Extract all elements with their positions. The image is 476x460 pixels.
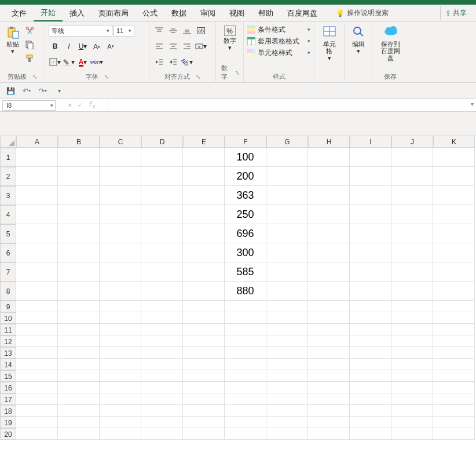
cell-B9[interactable]: [58, 301, 100, 312]
cell-G11[interactable]: [266, 324, 308, 335]
cell-H10[interactable]: [308, 312, 350, 324]
cell-A8[interactable]: [16, 282, 58, 301]
cell-I2[interactable]: [350, 167, 391, 186]
cell-E6[interactable]: [183, 243, 225, 262]
formula-input[interactable]: ▾: [108, 99, 476, 111]
align-left-button[interactable]: [153, 40, 166, 53]
cell-A7[interactable]: [16, 262, 58, 282]
cut-button[interactable]: ✂️: [23, 24, 36, 37]
cell-B14[interactable]: [58, 359, 100, 370]
cell-K12[interactable]: [433, 335, 475, 347]
cell-K3[interactable]: [433, 186, 475, 205]
cell-I11[interactable]: [350, 324, 391, 335]
cell-E2[interactable]: [183, 167, 225, 186]
row-header-3[interactable]: 3: [0, 186, 16, 205]
cell-G13[interactable]: [266, 347, 308, 359]
cell-G17[interactable]: [266, 393, 308, 405]
align-top-button[interactable]: [153, 24, 166, 37]
cell-B6[interactable]: [58, 243, 100, 262]
cell-G12[interactable]: [266, 335, 308, 347]
formula-bar-expand-icon[interactable]: ▾: [471, 101, 474, 107]
row-header-14[interactable]: 14: [0, 359, 16, 370]
cell-K6[interactable]: [433, 243, 475, 262]
cell-H7[interactable]: [308, 262, 350, 282]
row-header-4[interactable]: 4: [0, 205, 16, 224]
cell-F2[interactable]: 200: [225, 167, 266, 186]
font-color-button[interactable]: A ▾: [76, 56, 89, 68]
cell-I7[interactable]: [350, 262, 391, 282]
cell-H14[interactable]: [308, 359, 350, 370]
cell-I9[interactable]: [350, 301, 391, 312]
cell-B7[interactable]: [58, 262, 100, 282]
border-button[interactable]: ▾: [49, 56, 61, 68]
cell-A15[interactable]: [16, 370, 58, 382]
cell-F14[interactable]: [225, 359, 266, 370]
cell-E13[interactable]: [183, 347, 225, 359]
cell-I3[interactable]: [350, 186, 391, 205]
cell-C2[interactable]: [100, 167, 141, 186]
row-header-12[interactable]: 12: [0, 335, 16, 347]
cell-J8[interactable]: [391, 282, 433, 301]
cell-F8[interactable]: 880: [225, 282, 266, 301]
cell-F12[interactable]: [225, 335, 266, 347]
row-header-5[interactable]: 5: [0, 224, 16, 243]
cell-H12[interactable]: [308, 335, 350, 347]
row-header-18[interactable]: 18: [0, 405, 16, 417]
font-size-select[interactable]: 11: [113, 25, 134, 36]
cell-E15[interactable]: [183, 370, 225, 382]
cell-D16[interactable]: [141, 382, 183, 393]
cell-A6[interactable]: [16, 243, 58, 262]
cell-G2[interactable]: [266, 167, 308, 186]
row-header-6[interactable]: 6: [0, 243, 16, 262]
font-name-select[interactable]: 等线: [49, 25, 112, 36]
cell-F1[interactable]: 100: [225, 148, 266, 167]
copy-button[interactable]: [23, 38, 36, 51]
cell-J4[interactable]: [391, 205, 433, 224]
cell-B12[interactable]: [58, 335, 100, 347]
cell-I5[interactable]: [350, 224, 391, 243]
cell-E9[interactable]: [183, 301, 225, 312]
tab-view[interactable]: 视图: [222, 5, 251, 21]
cell-G19[interactable]: [266, 417, 308, 428]
cell-H4[interactable]: [308, 205, 350, 224]
cell-J12[interactable]: [391, 335, 433, 347]
name-box[interactable]: I8: [2, 100, 56, 111]
cell-F4[interactable]: 250: [225, 205, 266, 224]
row-header-11[interactable]: 11: [0, 324, 16, 335]
column-header-I[interactable]: I: [350, 136, 391, 148]
cell-D13[interactable]: [141, 347, 183, 359]
cell-K15[interactable]: [433, 370, 475, 382]
cell-I12[interactable]: [350, 335, 391, 347]
row-header-1[interactable]: 1: [0, 148, 16, 167]
format-painter-button[interactable]: [23, 52, 36, 65]
cell-F19[interactable]: [225, 417, 266, 428]
format-table-button[interactable]: 套用表格格式▾: [247, 36, 310, 46]
cell-J16[interactable]: [391, 382, 433, 393]
cell-E18[interactable]: [183, 405, 225, 417]
cell-K7[interactable]: [433, 262, 475, 282]
cell-I20[interactable]: [350, 428, 391, 440]
align-bottom-button[interactable]: [181, 24, 193, 37]
tab-review[interactable]: 审阅: [193, 5, 222, 21]
cell-C9[interactable]: [100, 301, 141, 312]
cell-C12[interactable]: [100, 335, 141, 347]
align-center-button[interactable]: [167, 40, 180, 53]
cell-A1[interactable]: [16, 148, 58, 167]
cell-K18[interactable]: [433, 405, 475, 417]
cell-F20[interactable]: [225, 428, 266, 440]
cell-I17[interactable]: [350, 393, 391, 405]
insert-function-button[interactable]: fx: [88, 100, 96, 109]
cell-F13[interactable]: [225, 347, 266, 359]
cell-H18[interactable]: [308, 405, 350, 417]
increase-font-button[interactable]: A▴: [90, 40, 103, 53]
cell-A12[interactable]: [16, 335, 58, 347]
cell-K10[interactable]: [433, 312, 475, 324]
cell-B5[interactable]: [58, 224, 100, 243]
editing-button[interactable]: 编辑▾: [348, 24, 368, 56]
cell-K1[interactable]: [433, 148, 475, 167]
italic-button[interactable]: I: [63, 40, 75, 53]
cell-styles-button[interactable]: 单元格样式▾: [247, 48, 310, 58]
cell-D5[interactable]: [141, 224, 183, 243]
column-header-B[interactable]: B: [58, 136, 100, 148]
cell-D9[interactable]: [141, 301, 183, 312]
